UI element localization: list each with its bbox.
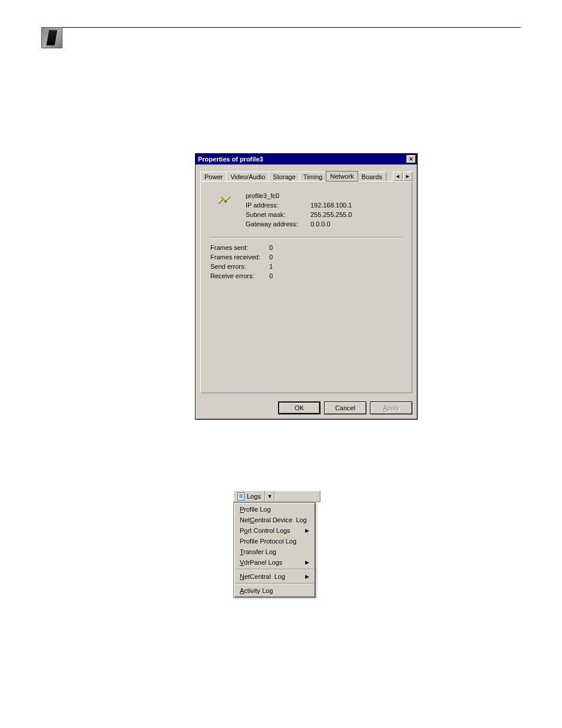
- gateway-address-label: Gateway address:: [246, 220, 310, 228]
- tab-video-audio[interactable]: Video/Audio: [226, 172, 269, 182]
- send-errors-value: 1: [269, 263, 287, 270]
- send-errors-label: Send errors:: [210, 263, 269, 270]
- submenu-arrow-icon: ▶: [305, 559, 309, 565]
- menu-item-profile-log[interactable]: Profile Log: [235, 504, 314, 515]
- dialog-titlebar[interactable]: Properties of profile3 ✕: [196, 154, 417, 164]
- submenu-arrow-icon: ▶: [305, 574, 309, 579]
- frames-received-label: Frames received:: [210, 253, 269, 261]
- svg-rect-1: [221, 197, 223, 199]
- logs-button[interactable]: Logs: [233, 490, 265, 502]
- subnet-mask-label: Subnet mask:: [246, 211, 310, 218]
- page-logo-icon: [41, 27, 62, 48]
- submenu-arrow-icon: ▶: [305, 528, 309, 533]
- logs-dropdown: Profile Log NetCentral Device Log Port C…: [233, 502, 316, 598]
- chevron-down-icon[interactable]: ▼: [265, 490, 275, 502]
- menu-item-netcentral-log[interactable]: NetCentral Log▶: [235, 571, 314, 582]
- properties-dialog: Properties of profile3 ✕ Power Video/Aud…: [195, 153, 418, 420]
- close-icon[interactable]: ✕: [406, 155, 416, 163]
- receive-errors-value: 0: [269, 272, 287, 279]
- subnet-mask-value: 255.255.255.0: [310, 211, 352, 218]
- network-adapter-icon: [217, 195, 232, 206]
- menu-item-profile-protocol-log[interactable]: Profile Protocol Log: [235, 536, 314, 546]
- ok-button[interactable]: OK: [278, 401, 320, 414]
- svg-point-0: [224, 200, 227, 203]
- cancel-button[interactable]: Cancel: [324, 401, 366, 414]
- network-name: profile3_fc0: [246, 192, 279, 199]
- tab-storage[interactable]: Storage: [269, 172, 300, 182]
- ip-address-value: 192.168.100.1: [310, 202, 352, 209]
- menu-item-transfer-log[interactable]: Transfer Log: [235, 546, 314, 557]
- dialog-button-row: OK Cancel Apply: [196, 398, 417, 419]
- menu-item-netcentral-device-log[interactable]: NetCentral Device Log: [235, 515, 314, 525]
- document-icon: [237, 492, 244, 500]
- tab-content-network: profile3_fc0 IP address: 192.168.100.1 S…: [200, 181, 412, 393]
- menu-separator: [236, 583, 313, 584]
- tab-scroll-right-icon[interactable]: ►: [403, 172, 412, 181]
- tab-boards[interactable]: Boards: [358, 172, 386, 182]
- gateway-address-value: 0.0.0.0: [310, 220, 330, 228]
- menu-item-activity-log[interactable]: Activity Log: [235, 585, 314, 596]
- network-details: profile3_fc0 IP address: 192.168.100.1 S…: [246, 192, 352, 230]
- tab-scroll-left-icon[interactable]: ◄: [393, 172, 402, 181]
- frames-sent-value: 0: [269, 244, 287, 251]
- tab-timing[interactable]: Timing: [299, 172, 327, 182]
- apply-button: Apply: [370, 401, 412, 414]
- menu-item-port-control-logs[interactable]: Port Control Logs▶: [235, 525, 314, 536]
- ip-address-label: IP address:: [246, 202, 310, 209]
- logs-menu-container: Logs ▼ Profile Log NetCentral Device Log…: [233, 490, 320, 598]
- frames-sent-label: Frames sent:: [210, 244, 269, 251]
- menu-separator: [236, 569, 313, 570]
- tab-power[interactable]: Power: [200, 172, 227, 182]
- tab-network[interactable]: Network: [326, 171, 358, 182]
- menu-item-vdrpanel-logs[interactable]: VdrPanel Logs▶: [235, 557, 314, 568]
- frames-received-value: 0: [269, 253, 287, 261]
- dialog-body: Power Video/Audio Storage Timing Network…: [196, 164, 417, 398]
- tab-scroll: ◄ ►: [392, 172, 412, 181]
- tab-strip: Power Video/Audio Storage Timing Network…: [200, 169, 412, 181]
- toolbar-filler: [275, 490, 320, 502]
- divider: [210, 237, 402, 238]
- page-header-rule: [41, 27, 521, 28]
- receive-errors-label: Receive errors:: [210, 272, 269, 279]
- dialog-title: Properties of profile3: [198, 156, 263, 163]
- logs-button-label: Logs: [247, 493, 261, 500]
